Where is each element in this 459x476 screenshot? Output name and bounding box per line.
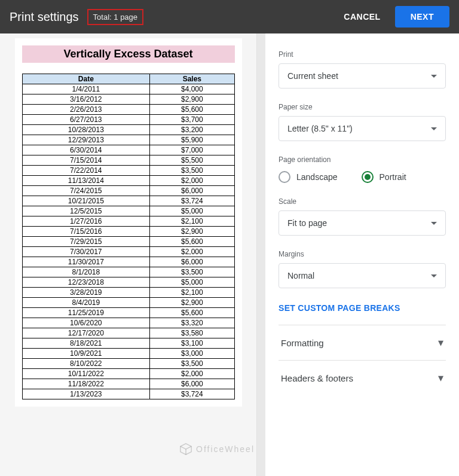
chevron-down-icon (431, 274, 437, 277)
table-cell: $3,500 (150, 166, 234, 176)
total-pages-badge: Total: 1 page (87, 9, 143, 25)
chevron-down-icon (431, 75, 437, 78)
headers-footers-label: Headers & footers (281, 373, 353, 383)
table-cell: 8/10/2022 (22, 359, 150, 369)
orientation-label: Page orientation (279, 155, 446, 164)
orientation-portrait-radio[interactable]: Portrait (362, 171, 406, 183)
table-cell: $3,320 (150, 318, 234, 328)
table-row: 11/13/2014$2,000 (22, 176, 234, 186)
table-cell: $3,724 (150, 389, 234, 399)
set-custom-page-breaks-link[interactable]: SET CUSTOM PAGE BREAKS (279, 303, 400, 313)
page-title: Print settings (10, 10, 79, 24)
margins-value: Normal (287, 271, 314, 280)
table-cell: 7/24/2015 (22, 186, 150, 196)
table-cell: $3,700 (150, 115, 234, 125)
table-cell: 8/1/2018 (22, 267, 150, 277)
table-cell: $3,500 (150, 359, 234, 369)
paper-size-label: Paper size (279, 103, 446, 111)
table-cell: $2,100 (150, 288, 234, 298)
portrait-label: Portrait (380, 172, 406, 182)
margins-label: Margins (279, 250, 446, 258)
table-row: 3/16/2012$2,900 (22, 94, 234, 105)
table-cell: 10/21/2015 (22, 196, 150, 206)
cancel-button[interactable]: CANCEL (334, 6, 390, 28)
margins-dropdown[interactable]: Normal (279, 263, 446, 288)
paper-size-value: Letter (8.5" x 11") (287, 124, 353, 133)
table-cell: 10/11/2022 (22, 369, 150, 379)
table-cell: $2,000 (150, 247, 234, 257)
table-row: 12/29/2013$5,900 (22, 135, 234, 145)
table-row: 8/1/2018$3,500 (22, 267, 234, 277)
table-cell: 2/26/2013 (22, 105, 150, 115)
table-cell: 12/23/2018 (22, 277, 150, 288)
table-cell: 1/4/2011 (22, 84, 150, 94)
radio-icon (279, 171, 290, 183)
landscape-label: Landscape (296, 172, 338, 182)
table-cell: $3,724 (150, 196, 234, 206)
table-cell: $5,500 (150, 155, 234, 166)
formatting-expander[interactable]: Formatting ▾ (279, 325, 446, 360)
table-cell: $5,600 (150, 105, 234, 115)
table-cell: $7,000 (150, 145, 234, 155)
table-cell: $6,000 (150, 186, 234, 196)
table-cell: 6/30/2014 (22, 145, 150, 155)
table-row: 10/28/2013$3,200 (22, 125, 234, 135)
table-row: 7/24/2015$6,000 (22, 186, 234, 196)
settings-pane: Print Current sheet Paper size Letter (8… (265, 33, 459, 476)
table-cell: 12/29/2013 (22, 135, 150, 145)
table-cell: 12/5/2015 (22, 206, 150, 216)
table-cell: 3/28/2019 (22, 288, 150, 298)
table-row: 11/30/2017$6,000 (22, 257, 234, 267)
print-dropdown[interactable]: Current sheet (279, 63, 446, 89)
table-row: 7/29/2015$5,600 (22, 237, 234, 247)
next-button[interactable]: NEXT (395, 6, 449, 28)
table-row: 12/23/2018$5,000 (22, 277, 234, 288)
chevron-down-icon: ▾ (438, 371, 443, 385)
table-cell: 11/13/2014 (22, 176, 150, 186)
table-row: 6/30/2014$7,000 (22, 145, 234, 155)
table-cell: $2,900 (150, 94, 234, 105)
table-row: 8/18/2021$3,100 (22, 338, 234, 349)
table-row: 11/25/2019$5,600 (22, 308, 234, 318)
table-cell: 7/30/2017 (22, 247, 150, 257)
scale-value: Fit to page (287, 218, 327, 228)
preview-scrollbar[interactable] (257, 33, 265, 476)
table-cell: 10/6/2020 (22, 318, 150, 328)
table-cell: 6/27/2013 (22, 115, 150, 125)
table-cell: $4,000 (150, 84, 234, 94)
table-cell: $6,000 (150, 379, 234, 389)
table-cell: $5,000 (150, 277, 234, 288)
table-cell: $3,500 (150, 267, 234, 277)
table-row: 10/9/2021$3,000 (22, 349, 234, 359)
table-row: 10/21/2015$3,724 (22, 196, 234, 206)
table-row: 12/5/2015$5,000 (22, 206, 234, 216)
table-cell: 1/27/2016 (22, 216, 150, 227)
table-cell: $5,600 (150, 308, 234, 318)
table-row: 7/15/2016$2,900 (22, 227, 234, 237)
table-row: 6/27/2013$3,700 (22, 115, 234, 125)
chevron-down-icon (431, 222, 437, 225)
table-cell: $3,000 (150, 349, 234, 359)
scale-dropdown[interactable]: Fit to page (279, 210, 446, 236)
table-row: 1/4/2011$4,000 (22, 84, 234, 94)
print-header: Print settings Total: 1 page CANCEL NEXT (0, 0, 459, 33)
table-row: 2/26/2013$5,600 (22, 105, 234, 115)
table-row: 8/10/2022$3,500 (22, 359, 234, 369)
chevron-down-icon (431, 127, 437, 130)
table-cell: $6,000 (150, 257, 234, 267)
table-cell: $5,900 (150, 135, 234, 145)
chevron-down-icon: ▾ (438, 336, 443, 349)
table-cell: 8/18/2021 (22, 338, 150, 349)
scale-label: Scale (279, 197, 446, 206)
data-table: DateSales 1/4/2011$4,0003/16/2012$2,9002… (22, 74, 235, 399)
print-preview-pane: Vertically Excess Dataset DateSales 1/4/… (0, 33, 257, 476)
headers-footers-expander[interactable]: Headers & footers ▾ (279, 360, 446, 395)
table-row: 11/18/2022$6,000 (22, 379, 234, 389)
orientation-landscape-radio[interactable]: Landscape (279, 171, 338, 183)
paper-size-dropdown[interactable]: Letter (8.5" x 11") (279, 116, 446, 141)
table-row: 8/4/2019$2,900 (22, 298, 234, 308)
table-row: 12/17/2020$3,580 (22, 328, 234, 338)
table-cell: 11/30/2017 (22, 257, 150, 267)
table-cell: $2,900 (150, 298, 234, 308)
table-cell: 11/18/2022 (22, 379, 150, 389)
